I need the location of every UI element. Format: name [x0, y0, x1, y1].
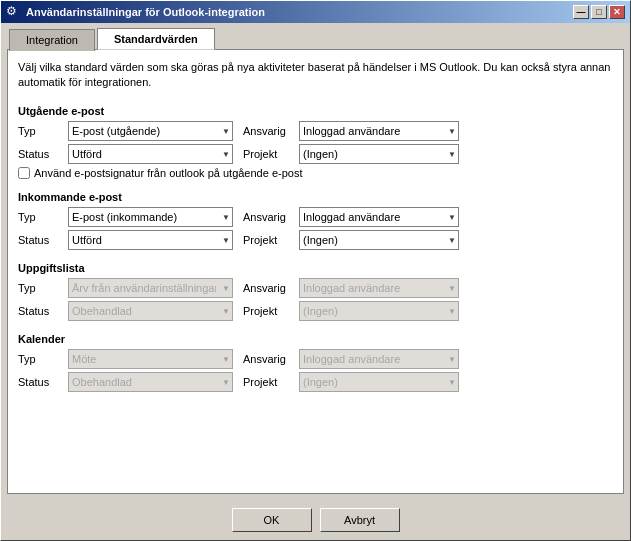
outgoing-projekt-label: Projekt — [243, 148, 293, 160]
tasklist-type-row: Typ Ärv från användarinställningar i ...… — [18, 278, 613, 298]
calendar-status-select[interactable]: Obehandlad — [68, 372, 233, 392]
tasklist-projekt-select-wrapper: (Ingen) — [299, 301, 459, 321]
tasklist-section: Uppgiftslista Typ Ärv från användarinstä… — [18, 258, 613, 321]
incoming-type-select-wrapper: E-post (inkommande) — [68, 207, 233, 227]
calendar-type-select-wrapper: Möte — [68, 349, 233, 369]
outgoing-signature-label: Använd e-postsignatur från outlook på ut… — [34, 167, 302, 179]
calendar-section: Kalender Typ Möte Ansvarig Inloggad anvä… — [18, 329, 613, 392]
tasklist-type-label: Typ — [18, 282, 62, 294]
calendar-type-label: Typ — [18, 353, 62, 365]
outgoing-status-select[interactable]: Utförd — [68, 144, 233, 164]
outgoing-checkbox-row: Använd e-postsignatur från outlook på ut… — [18, 167, 613, 179]
calendar-ansvarig-select[interactable]: Inloggad användare — [299, 349, 459, 369]
outgoing-type-select[interactable]: E-post (utgående) — [68, 121, 233, 141]
calendar-type-row: Typ Möte Ansvarig Inloggad användare — [18, 349, 613, 369]
outgoing-email-section: Utgående e-post Typ E-post (utgående) An… — [18, 101, 613, 179]
calendar-status-row: Status Obehandlad Projekt (Ingen) — [18, 372, 613, 392]
main-window: ⚙ Användarinställningar för Outlook-inte… — [0, 0, 631, 541]
incoming-ansvarig-select[interactable]: Inloggad användare — [299, 207, 459, 227]
tasklist-projekt-label: Projekt — [243, 305, 293, 317]
outgoing-status-label: Status — [18, 148, 62, 160]
tasklist-status-row: Status Obehandlad Projekt (Ingen) — [18, 301, 613, 321]
tasklist-ansvarig-select-wrapper: Inloggad användare — [299, 278, 459, 298]
incoming-ansvarig-label: Ansvarig — [243, 211, 293, 223]
outgoing-ansvarig-select-wrapper: Inloggad användare — [299, 121, 459, 141]
incoming-status-select[interactable]: Utförd — [68, 230, 233, 250]
incoming-status-row: Status Utförd Projekt (Ingen) — [18, 230, 613, 250]
outgoing-ansvarig-label: Ansvarig — [243, 125, 293, 137]
tasklist-type-select-wrapper: Ärv från användarinställningar i ... — [68, 278, 233, 298]
tasklist-ansvarig-label: Ansvarig — [243, 282, 293, 294]
calendar-status-label: Status — [18, 376, 62, 388]
outgoing-type-row: Typ E-post (utgående) Ansvarig Inloggad … — [18, 121, 613, 141]
content-area: Välj vilka standard värden som ska göras… — [7, 49, 624, 494]
calendar-type-select[interactable]: Möte — [68, 349, 233, 369]
incoming-email-section: Inkommande e-post Typ E-post (inkommande… — [18, 187, 613, 250]
incoming-type-select[interactable]: E-post (inkommande) — [68, 207, 233, 227]
footer: OK Avbryt — [1, 500, 630, 540]
title-bar: ⚙ Användarinställningar för Outlook-inte… — [1, 1, 630, 23]
ok-button[interactable]: OK — [232, 508, 312, 532]
incoming-projekt-label: Projekt — [243, 234, 293, 246]
outgoing-email-header: Utgående e-post — [18, 105, 613, 117]
calendar-header: Kalender — [18, 333, 613, 345]
outgoing-projekt-select-wrapper: (Ingen) — [299, 144, 459, 164]
outgoing-projekt-select[interactable]: (Ingen) — [299, 144, 459, 164]
outgoing-type-label: Typ — [18, 125, 62, 137]
tasklist-header: Uppgiftslista — [18, 262, 613, 274]
calendar-ansvarig-label: Ansvarig — [243, 353, 293, 365]
minimize-button[interactable]: — — [573, 5, 589, 19]
incoming-ansvarig-select-wrapper: Inloggad användare — [299, 207, 459, 227]
calendar-projekt-label: Projekt — [243, 376, 293, 388]
window-title: Användarinställningar för Outlook-integr… — [26, 6, 265, 18]
incoming-projekt-select-wrapper: (Ingen) — [299, 230, 459, 250]
tasklist-ansvarig-select[interactable]: Inloggad användare — [299, 278, 459, 298]
window-icon: ⚙ — [6, 4, 22, 20]
outgoing-signature-checkbox[interactable] — [18, 167, 30, 179]
close-button[interactable]: ✕ — [609, 5, 625, 19]
incoming-status-select-wrapper: Utförd — [68, 230, 233, 250]
tasklist-status-label: Status — [18, 305, 62, 317]
tasklist-status-select[interactable]: Obehandlad — [68, 301, 233, 321]
incoming-type-label: Typ — [18, 211, 62, 223]
outgoing-status-select-wrapper: Utförd — [68, 144, 233, 164]
tabs-bar: Integration Standardvärden — [1, 23, 630, 49]
incoming-projekt-select[interactable]: (Ingen) — [299, 230, 459, 250]
tasklist-type-select[interactable]: Ärv från användarinställningar i ... — [68, 278, 233, 298]
maximize-button[interactable]: □ — [591, 5, 607, 19]
calendar-projekt-select-wrapper: (Ingen) — [299, 372, 459, 392]
incoming-status-label: Status — [18, 234, 62, 246]
tasklist-projekt-select[interactable]: (Ingen) — [299, 301, 459, 321]
calendar-status-select-wrapper: Obehandlad — [68, 372, 233, 392]
description-text: Välj vilka standard värden som ska göras… — [18, 60, 613, 91]
calendar-projekt-select[interactable]: (Ingen) — [299, 372, 459, 392]
outgoing-ansvarig-select[interactable]: Inloggad användare — [299, 121, 459, 141]
incoming-email-header: Inkommande e-post — [18, 191, 613, 203]
tasklist-status-select-wrapper: Obehandlad — [68, 301, 233, 321]
outgoing-type-select-wrapper: E-post (utgående) — [68, 121, 233, 141]
tab-standardvarden[interactable]: Standardvärden — [97, 28, 215, 50]
calendar-ansvarig-select-wrapper: Inloggad användare — [299, 349, 459, 369]
outgoing-status-row: Status Utförd Projekt (Ingen) — [18, 144, 613, 164]
cancel-button[interactable]: Avbryt — [320, 508, 400, 532]
tab-integration[interactable]: Integration — [9, 29, 95, 51]
incoming-type-row: Typ E-post (inkommande) Ansvarig Inlogga… — [18, 207, 613, 227]
